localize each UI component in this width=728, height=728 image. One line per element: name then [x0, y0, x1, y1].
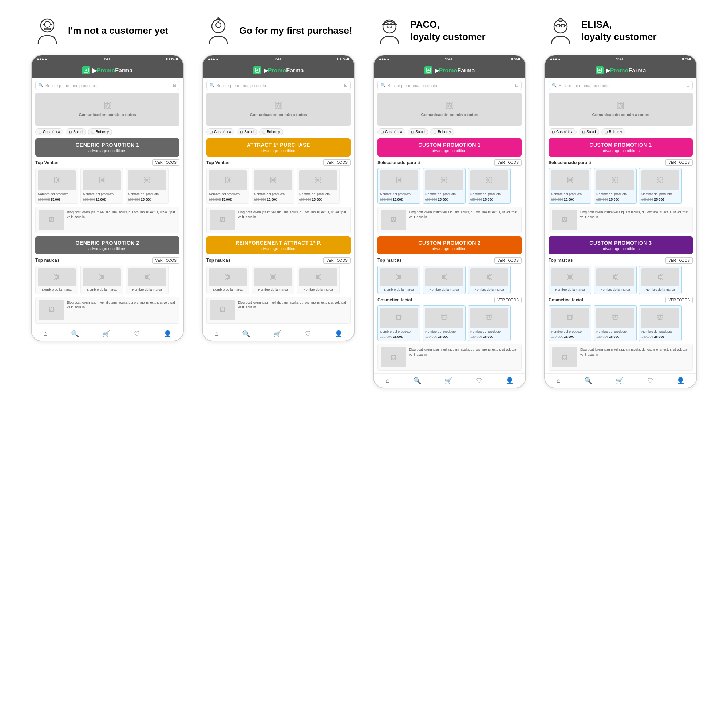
brand-card[interactable]: 🖼 Nombre de la marca — [80, 266, 123, 294]
home-icon[interactable]: ⌂ — [557, 377, 561, 385]
search-icon[interactable]: 🔍 — [584, 377, 592, 385]
product-card[interactable]: 🖼 Nombre del producto 130.00€ 25.00€ — [297, 168, 340, 204]
brand-card[interactable]: 🖼 Nombre de la marca — [378, 266, 421, 294]
brand-card[interactable]: 🖼 Nombre de la marca — [423, 266, 466, 294]
search-icon[interactable]: 🔍 — [242, 330, 250, 338]
cart-icon[interactable]: 🛒 — [102, 330, 110, 338]
heart-icon[interactable]: ♡ — [305, 330, 311, 338]
ver-todos-btn-3[interactable]: VER TODOS — [494, 297, 522, 303]
brand-card[interactable]: 🖼 Nombre de la marca — [125, 266, 168, 294]
brand-card[interactable]: 🖼 Nombre de la marca — [252, 266, 294, 294]
brand-card[interactable]: 🖼 Nombre de la marca — [206, 266, 249, 294]
brand-card[interactable]: 🖼 Nombre de la marca — [594, 266, 637, 294]
category-chip[interactable]: ⊡ Bebes y — [430, 128, 454, 135]
product-card[interactable]: 🖼 Nombre del producto 130.00€ 25.00€ — [423, 305, 466, 341]
user-icon[interactable]: 👤 — [677, 377, 685, 385]
ver-todos-btn-2[interactable]: VER TODOS — [323, 257, 350, 263]
ver-todos-btn-2[interactable]: VER TODOS — [665, 257, 693, 263]
product-card[interactable]: 🖼 Nombre del producto 130.00€ 25.00€ — [594, 305, 637, 341]
status-time: 9:41 — [616, 57, 624, 61]
product-card[interactable]: 🖼 Nombre del producto 130.00€ 25.00€ — [378, 168, 421, 204]
section-header-1: Top Ventas VER TODOS — [206, 159, 350, 166]
brand-card[interactable]: 🖼 Nombre de la marca — [549, 266, 592, 294]
category-chip[interactable]: ⊡ Salud — [579, 128, 599, 135]
product-card[interactable]: 🖼 Nombre del producto 130.00€ 25.00€ — [639, 168, 682, 204]
logo-icon — [253, 66, 262, 74]
brand-name: Nombre de la marca — [551, 288, 589, 292]
category-chip[interactable]: ⊡ Salud — [408, 128, 428, 135]
product-card[interactable]: 🖼 Nombre del producto 130.00€ 25.00€ — [206, 168, 249, 204]
home-icon[interactable]: ⌂ — [43, 330, 47, 338]
category-label: Bebes y — [438, 130, 451, 134]
product-name: Nombre del producto — [551, 330, 589, 334]
product-card[interactable]: 🖼 Nombre del producto 130.00€ 25.00€ — [252, 168, 294, 204]
persona-title: Go for my first purchase! — [239, 25, 352, 37]
promo-banner-2: CUSTOM PROMOTION 3 advantage conditions — [549, 236, 693, 254]
product-price: 130.00€ 25.00€ — [128, 198, 166, 201]
ver-todos-btn-3[interactable]: VER TODOS — [665, 297, 693, 303]
product-card[interactable]: 🖼 Nombre del producto 130.00€ 25.00€ — [125, 168, 168, 204]
brand-card[interactable]: 🖼 Nombre de la marca — [468, 266, 511, 294]
category-chip[interactable]: ⊡ Bebes y — [88, 128, 112, 135]
product-image: 🖼 — [380, 308, 418, 328]
heart-icon[interactable]: ♡ — [134, 330, 140, 338]
ver-todos-btn-2[interactable]: VER TODOS — [494, 257, 522, 263]
product-card[interactable]: 🖼 Nombre del producto 130.00€ 25.00€ — [378, 305, 421, 341]
cart-icon[interactable]: 🛒 — [616, 377, 624, 385]
brand-image: 🖼 — [596, 268, 634, 286]
product-card[interactable]: 🖼 Nombre del producto 130.00€ 25.00€ — [639, 305, 682, 341]
product-card[interactable]: 🖼 Nombre del producto 130.00€ 25.00€ — [423, 168, 466, 204]
product-card[interactable]: 🖼 Nombre del producto 130.00€ 25.00€ — [549, 305, 592, 341]
product-card[interactable]: 🖼 Nombre del producto 130.00€ 25.00€ — [594, 168, 637, 204]
user-icon[interactable]: 👤 — [506, 377, 514, 385]
product-image: 🖼 — [128, 170, 166, 190]
search-bar[interactable]: 🔍 Buscar por marca, producto... ⊡ — [35, 81, 179, 90]
blog-image-2: 🖼 — [210, 300, 235, 320]
brand-card[interactable]: 🖼 Nombre de la marca — [297, 266, 340, 294]
product-card[interactable]: 🖼 Nombre del producto 130.00€ 25.00€ — [80, 168, 123, 204]
search-icon[interactable]: 🔍 — [413, 377, 421, 385]
category-chip[interactable]: ⊡ Cosmética — [549, 128, 577, 135]
search-bar[interactable]: 🔍 Buscar por marca, producto... ⊡ — [549, 81, 693, 90]
category-chip[interactable]: ⊡ Cosmética — [206, 128, 234, 135]
ver-todos-btn-1[interactable]: VER TODOS — [665, 159, 693, 166]
product-card[interactable]: 🖼 Nombre del producto 130.00€ 25.00€ — [35, 168, 78, 204]
user-icon[interactable]: 👤 — [164, 330, 171, 338]
heart-icon[interactable]: ♡ — [647, 377, 653, 385]
product-price: 130.00€ 25.00€ — [254, 198, 292, 201]
home-icon[interactable]: ⌂ — [214, 330, 219, 338]
phone-header: ▶PromoFarma — [545, 63, 696, 78]
brand-card[interactable]: 🖼 Nombre de la marca — [639, 266, 682, 294]
ver-todos-btn-1[interactable]: VER TODOS — [152, 159, 179, 166]
cart-icon[interactable]: 🛒 — [444, 377, 453, 385]
category-chip[interactable]: ⊡ Cosmética — [378, 128, 405, 135]
ver-todos-btn-1[interactable]: VER TODOS — [494, 159, 522, 166]
search-bar[interactable]: 🔍 Buscar por marca, producto... ⊡ — [378, 81, 522, 90]
scan-icon: ⊡ — [686, 83, 690, 88]
categories-row: ⊡ Cosmética ⊡ Salud ⊡ Bebes y — [35, 128, 179, 135]
search-icon[interactable]: 🔍 — [71, 330, 79, 338]
blog-image-2: 🖼 — [552, 347, 577, 367]
category-chip[interactable]: ⊡ Bebes y — [259, 128, 283, 135]
home-icon[interactable]: ⌂ — [385, 377, 390, 385]
scan-icon: ⊡ — [515, 83, 518, 88]
cart-icon[interactable]: 🛒 — [273, 330, 281, 338]
ver-todos-btn-2[interactable]: VER TODOS — [152, 257, 179, 263]
search-placeholder: Buscar por marca, producto... — [559, 83, 612, 88]
product-card[interactable]: 🖼 Nombre del producto 130.00€ 25.00€ — [549, 168, 592, 204]
category-chip[interactable]: ⊡ Salud — [237, 128, 257, 135]
user-icon[interactable]: 👤 — [335, 330, 343, 338]
product-name: Nombre del producto — [551, 192, 589, 197]
search-bar[interactable]: 🔍 Buscar por marca, producto... ⊡ — [206, 81, 350, 90]
brand-name: Nombre de la marca — [254, 288, 292, 292]
persona-header-first-purchase: Go for my first purchase! — [198, 15, 359, 47]
category-chip[interactable]: ⊡ Cosmética — [35, 128, 63, 135]
product-card[interactable]: 🖼 Nombre del producto 130.00€ 25.00€ — [468, 305, 511, 341]
banner-image-icon: 🖼 — [616, 102, 625, 111]
product-card[interactable]: 🖼 Nombre del producto 130.00€ 25.00€ — [468, 168, 511, 204]
category-chip[interactable]: ⊡ Salud — [66, 128, 86, 135]
heart-icon[interactable]: ♡ — [476, 377, 482, 385]
brand-card[interactable]: 🖼 Nombre de la marca — [35, 266, 78, 294]
ver-todos-btn-1[interactable]: VER TODOS — [323, 159, 350, 166]
category-chip[interactable]: ⊡ Bebes y — [601, 128, 626, 135]
